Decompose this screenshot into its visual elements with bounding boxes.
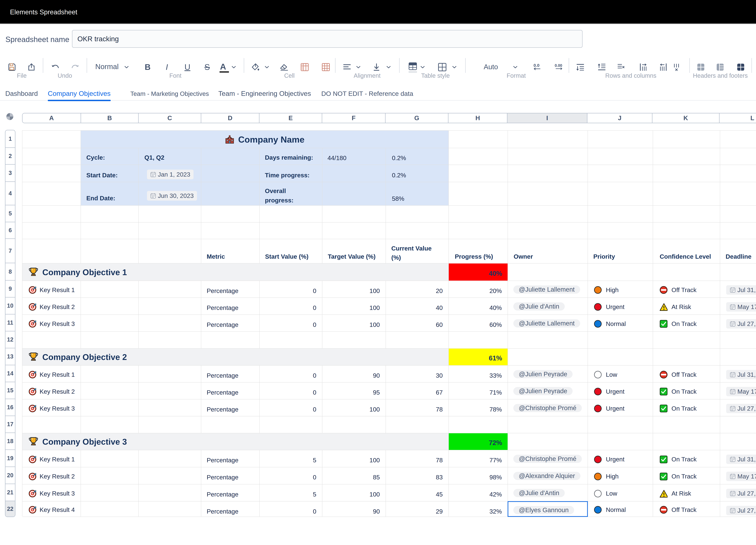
svg-text:0.00: 0.00 bbox=[555, 63, 562, 68]
svg-text:0.0: 0.0 bbox=[534, 63, 539, 68]
